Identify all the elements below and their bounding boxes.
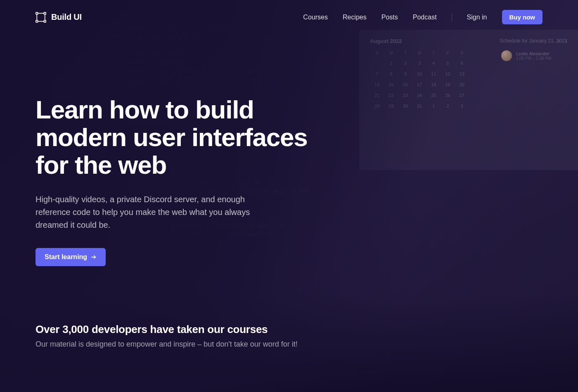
calendar-day: 24 <box>412 90 426 101</box>
calendar-dow: S <box>370 48 384 58</box>
svg-rect-2 <box>44 12 46 14</box>
calendar-day: 3 <box>412 58 426 68</box>
calendar-day: 2 <box>398 58 412 68</box>
calendar-dow: T <box>398 48 412 58</box>
social-sub: Our material is designed to empower and … <box>36 340 542 349</box>
nav-link-posts[interactable]: Posts <box>381 14 398 21</box>
logo-icon <box>36 12 46 23</box>
calendar-day: 18 <box>426 79 441 90</box>
background-calendar-panel: August 2022 ‹ › Schedule for January 21,… <box>359 30 578 170</box>
calendar-day: 9 <box>398 68 412 79</box>
calendar-dow: W <box>412 48 426 58</box>
calendar-day: 8 <box>384 68 398 79</box>
calendar-day: 26 <box>441 90 455 101</box>
calendar-day: 10 <box>412 68 426 79</box>
nav-separator <box>452 13 452 22</box>
calendar-day: 23 <box>398 90 412 101</box>
calendar-day: 30 <box>398 101 412 111</box>
calendar-day: 31 <box>412 101 426 111</box>
svg-rect-3 <box>36 20 38 22</box>
brand-name: Build UI <box>51 12 82 22</box>
calendar-day: 19 <box>441 79 455 90</box>
calendar-day: 21 <box>370 90 384 101</box>
nav-link-podcast[interactable]: Podcast <box>413 14 437 21</box>
event-name: Leslie Alexander <box>516 51 552 56</box>
calendar-dow: M <box>384 48 398 58</box>
calendar-day: 1 <box>426 101 441 111</box>
hero-subtitle: High-quality videos, a private Discord s… <box>36 193 267 231</box>
calendar-dow: F <box>441 48 455 58</box>
calendar-day: 3 <box>455 101 469 111</box>
start-learning-button[interactable]: Start learning <box>36 248 106 266</box>
nav-link-recipes[interactable]: Recipes <box>343 14 367 21</box>
calendar-day: 6 <box>455 58 469 68</box>
calendar-day: 14 <box>370 79 384 90</box>
nav-link-courses[interactable]: Courses <box>303 14 328 21</box>
brand[interactable]: Build UI <box>36 12 82 23</box>
chevron-right-icon: › <box>566 38 567 44</box>
calendar-day: 1 <box>384 58 398 68</box>
avatar <box>501 50 512 61</box>
hero-section: Learn how to build modern user interface… <box>0 34 347 266</box>
calendar-dow: T <box>426 48 441 58</box>
calendar-day: 13 <box>455 68 469 79</box>
calendar-day: 20 <box>455 79 469 90</box>
svg-rect-4 <box>44 20 46 22</box>
calendar-day: 7 <box>370 68 384 79</box>
calendar-day: 27 <box>455 90 469 101</box>
calendar-day: 5 <box>441 58 455 68</box>
top-nav: Build UI Courses Recipes Posts Podcast S… <box>0 0 578 34</box>
calendar-dow: S <box>455 48 469 58</box>
calendar-day: 15 <box>384 79 398 90</box>
hero-title: Learn how to build modern user interface… <box>36 96 311 179</box>
event-time: 1:00 PM – 2:30 PM <box>516 56 552 61</box>
calendar-day: 29 <box>384 101 398 111</box>
buy-now-button[interactable]: Buy now <box>502 10 543 24</box>
calendar-day <box>370 58 384 68</box>
calendar-day: 11 <box>426 68 441 79</box>
cta-label: Start learning <box>45 253 87 261</box>
calendar-event: Leslie Alexander 1:00 PM – 2:30 PM <box>501 50 567 61</box>
arrow-right-icon <box>91 254 97 260</box>
nav-links: Courses Recipes Posts Podcast Sign in Bu… <box>303 10 542 24</box>
calendar-day: 16 <box>398 79 412 90</box>
chevron-left-icon: ‹ <box>558 38 559 44</box>
sign-in-link[interactable]: Sign in <box>467 14 487 21</box>
schedule-title: Schedule for January 21, 2022 <box>500 38 567 44</box>
calendar-day: 4 <box>426 58 441 68</box>
calendar-day: 17 <box>412 79 426 90</box>
calendar-day: 25 <box>426 90 441 101</box>
calendar-nav-arrows: ‹ › <box>558 38 567 44</box>
calendar-day: 22 <box>384 90 398 101</box>
calendar-month-label: August 2022 <box>370 38 402 44</box>
calendar-day: 28 <box>370 101 384 111</box>
svg-rect-1 <box>36 12 38 14</box>
calendar-day: 2 <box>441 101 455 111</box>
social-proof-section: Over 3,000 developers have taken our cou… <box>0 266 578 349</box>
calendar-day: 12 <box>441 68 455 79</box>
social-headline: Over 3,000 developers have taken our cou… <box>36 323 542 336</box>
